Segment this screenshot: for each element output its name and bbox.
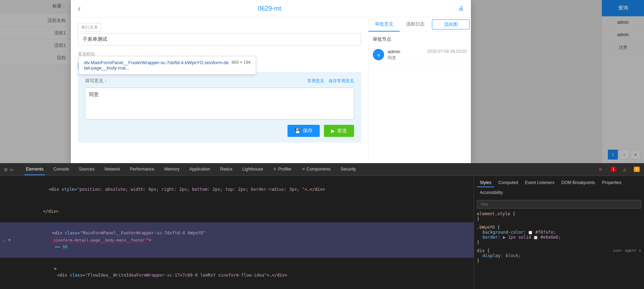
- element-tooltip: div.MainFormPanel__FooterWrapper-sc-7dxf…: [79, 56, 256, 74]
- html-line-selected[interactable]: … <div class="MainFormPanel__FooterWrapp…: [0, 222, 474, 258]
- form-field-1: 单行文本: [78, 23, 361, 45]
- html-line-2[interactable]: </div>: [0, 201, 474, 223]
- html-line-1[interactable]: <div style="position: absolute; width: 6…: [0, 179, 474, 201]
- audit-name-time-row: admin 2020-07-08 09:03:03: [388, 49, 467, 54]
- audit-avatar-1: a: [373, 49, 384, 60]
- tab-redux[interactable]: Redux: [219, 164, 234, 175]
- opinion-section: 填写意见： 常用意见 保存常用意见 同意 💾 保存 ▶ 发送: [78, 72, 361, 143]
- devtools-icons: ⊡ ▭: [4, 167, 13, 172]
- tab-process-log[interactable]: 流程日志: [400, 17, 431, 32]
- tree-triangle[interactable]: [8, 237, 11, 244]
- field1-label: 单行文本: [78, 23, 101, 32]
- tab-profiler[interactable]: ⚛ Profiler: [272, 164, 293, 175]
- rule-selector-2: .bWyeYO {: [477, 225, 500, 230]
- tooltip-size: 869 × 194: [232, 60, 251, 65]
- dollar-zero: == $0: [55, 244, 68, 249]
- rule-close-2: }: [477, 240, 641, 245]
- device-icon[interactable]: ▭: [10, 167, 13, 172]
- tab-console[interactable]: Console: [52, 164, 70, 175]
- tooltip-class-text: div.MainFormPanel__FooterWrapper-sc-7dxf…: [84, 60, 229, 71]
- opinion-header: 填写意见： 常用意见 保存常用意见: [85, 78, 354, 84]
- style-rule-bwyeyo: .bWyeYO { background-color: #f8fafe; bor…: [477, 225, 641, 245]
- html-tree-panel: <div style="position: absolute; width: 6…: [0, 176, 474, 289]
- html-line-4[interactable]: <div class="FlowIdea__WriteIdeaFormWrapp…: [0, 258, 474, 287]
- styles-panel: Styles Computed Event Listeners DOM Brea…: [474, 176, 644, 289]
- style-rule-element: element.style { }: [477, 211, 641, 221]
- styles-tab-event-listeners[interactable]: Event Listeners: [522, 179, 557, 187]
- line-indicator: …: [3, 237, 5, 244]
- tab-performance[interactable]: Performance: [129, 164, 156, 175]
- opinion-textarea[interactable]: 同意: [85, 88, 354, 120]
- audit-item-1: a admin 2020-07-08 09:03:03 同意: [373, 46, 467, 64]
- audit-name-1: admin: [388, 49, 400, 54]
- styles-filter-input[interactable]: [477, 200, 641, 209]
- audit-result-1: 同意: [388, 55, 467, 61]
- rule-selector-1: element.style {: [477, 211, 641, 216]
- warn-icon: △: [623, 167, 626, 172]
- html-line-5[interactable]: <div class="MainFormPanel__ButtonPanelWr…: [0, 287, 474, 289]
- rule-source-3: user agent s: [613, 248, 641, 253]
- modal-header: ‹ 0629-mt 🖨: [71, 0, 471, 17]
- style-prop-display: display: block;: [477, 253, 641, 258]
- send-button[interactable]: ▶ 发送: [324, 125, 354, 137]
- tab-process-chart[interactable]: 流程图: [432, 20, 469, 29]
- form-area: 单行文本 复选框组 div 填写意见： 常用意见 保存常用意见: [71, 17, 368, 163]
- styles-tab-computed[interactable]: Computed: [496, 179, 521, 187]
- rule-close-1: }: [477, 216, 641, 221]
- field1-input[interactable]: [78, 33, 361, 45]
- common-opinion-link[interactable]: 常用意见: [307, 78, 324, 84]
- send-icon: ▶: [331, 128, 335, 134]
- right-panel-content: 审批节点 a admin 2020-07-08 09:03:03 同意: [369, 32, 471, 163]
- styles-tab-styles[interactable]: Styles: [477, 179, 494, 187]
- style-prop-border: border: ▶ 1px solid #e6e6e6;: [477, 235, 641, 240]
- bg-color-swatch: [529, 231, 532, 234]
- tree-triangle-4[interactable]: [55, 266, 57, 271]
- tab-sources[interactable]: Sources: [78, 164, 96, 175]
- print-button[interactable]: 🖨: [458, 5, 464, 12]
- style-prop-bg: background-color: #f8fafe;: [477, 230, 641, 235]
- main-modal: ‹ 0629-mt 🖨 单行文本 复选框组 div 填写意见：: [71, 0, 471, 163]
- save-button[interactable]: 💾 保存: [287, 125, 320, 137]
- tab-elements[interactable]: Elements: [24, 164, 45, 175]
- tooltip-content: div.MainFormPanel__FooterWrapper-sc-7dxf…: [84, 60, 251, 71]
- save-common-link[interactable]: 保存常用意见: [329, 78, 354, 84]
- audit-node-title: 审批节点: [373, 36, 467, 43]
- devtools-panel: ⊡ ▭ Elements Console Sources Network Per…: [0, 163, 644, 289]
- modal-title: 0629-mt: [258, 5, 281, 12]
- tab-components[interactable]: ⚛ Components: [300, 164, 332, 175]
- opinion-label: 填写意见：: [85, 78, 108, 84]
- right-panel-tabs: 审批意见 流程日志 流程图: [369, 17, 471, 32]
- tab-application[interactable]: Application: [188, 164, 212, 175]
- rule-header-3: div { user agent s: [477, 248, 641, 253]
- send-label: 发送: [337, 128, 347, 134]
- right-panel: 审批意见 流程日志 流程图 审批节点 a admin 2020-07-08 09…: [368, 17, 471, 163]
- tab-network[interactable]: Network: [103, 164, 121, 175]
- tooltip-class-name: div.MainFormPanel__FooterWrapper-sc-7dxf…: [84, 60, 229, 71]
- warn-count: 5: [634, 167, 640, 172]
- rule-header-2: .bWyeYO {: [477, 225, 641, 230]
- error-count: 1: [610, 167, 616, 172]
- rule-selector-3: div {: [477, 248, 490, 253]
- styles-tab-accessibility[interactable]: Accessibility: [477, 189, 506, 197]
- save-icon: 💾: [295, 128, 301, 134]
- border-color-swatch: [534, 236, 537, 239]
- devtools-toolbar: ⊡ ▭ Elements Console Sources Network Per…: [0, 163, 644, 176]
- style-rule-div: div { user agent s display: block; }: [477, 248, 641, 263]
- opinion-buttons: 💾 保存 ▶ 发送: [85, 125, 354, 137]
- tab-lighthouse[interactable]: Lighthouse: [241, 164, 264, 175]
- rule-close-3: }: [477, 258, 641, 263]
- tab-approve-opinion[interactable]: 审批意见: [369, 17, 400, 32]
- tag-div: <div style="position: absolute; width: 6…: [49, 187, 307, 192]
- back-button[interactable]: ‹: [78, 4, 81, 13]
- devtools-body: <div style="position: absolute; width: 6…: [0, 176, 644, 289]
- tab-security[interactable]: Security: [339, 164, 357, 175]
- tag-close-div: </div>: [43, 209, 58, 214]
- tag-wrapper: <div class="MainFormPanel__FooterWrapper…: [12, 223, 205, 257]
- styles-tab-properties[interactable]: Properties: [599, 179, 624, 187]
- cursor-icon[interactable]: ⊡: [4, 167, 7, 172]
- tab-memory[interactable]: Memory: [163, 164, 181, 175]
- styles-tabs: Styles Computed Event Listeners DOM Brea…: [477, 179, 641, 197]
- error-icon: ⊗: [599, 167, 602, 172]
- audit-info-1: admin 2020-07-08 09:03:03 同意: [388, 49, 467, 61]
- styles-tab-dom-breakpoints[interactable]: DOM Breakpoints: [559, 179, 598, 187]
